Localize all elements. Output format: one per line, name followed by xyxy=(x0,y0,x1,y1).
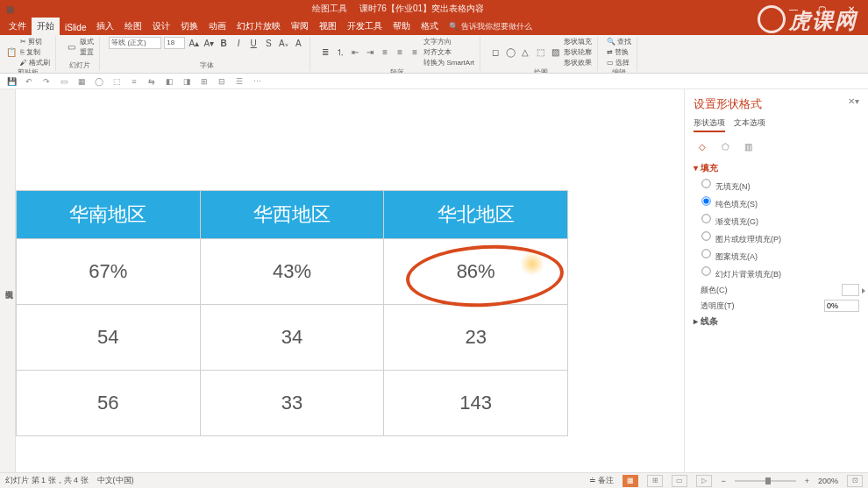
color-picker[interactable] xyxy=(842,284,859,296)
minimize-button[interactable]: — xyxy=(780,4,807,14)
reading-view-button[interactable]: ▭ xyxy=(672,475,687,487)
shapes-gallery-icon[interactable]: ◻ xyxy=(489,46,502,59)
pane-dropdown-icon[interactable]: ▾ xyxy=(855,96,859,106)
tab-design[interactable]: 设计 xyxy=(147,18,175,35)
table-cell[interactable]: 67% xyxy=(17,239,201,305)
qat-icon[interactable]: ◯ xyxy=(93,75,105,88)
sorter-view-button[interactable]: ⊞ xyxy=(647,475,663,487)
normal-view-button[interactable]: ▦ xyxy=(623,475,638,487)
shapes-gallery-icon[interactable]: ◯ xyxy=(504,46,516,59)
zoom-slider[interactable] xyxy=(735,480,796,482)
align-text-button[interactable]: 对齐文本 xyxy=(423,47,474,57)
data-table[interactable]: 华南地区 华西地区 华北地区 67% 43% 86% 54 34 23 56 3… xyxy=(16,190,568,436)
align-right-icon[interactable]: ≡ xyxy=(409,46,421,59)
tab-help[interactable]: 帮助 xyxy=(388,18,416,35)
qat-icon[interactable]: ⊞ xyxy=(198,75,210,88)
tab-draw[interactable]: 绘图 xyxy=(119,18,147,35)
radio-picture-fill[interactable]: 图片或纹理填充(P) xyxy=(701,230,859,245)
tab-animations[interactable]: 动画 xyxy=(203,18,231,35)
new-slide-icon[interactable]: ▭ xyxy=(65,41,77,53)
radio-solid-fill[interactable]: 纯色填充(S) xyxy=(701,195,859,210)
table-cell[interactable]: 86% xyxy=(384,239,568,305)
arrange-icon[interactable]: ⬚ xyxy=(534,46,546,59)
zoom-out-button[interactable]: − xyxy=(721,477,725,485)
table-cell[interactable]: 43% xyxy=(200,239,384,305)
italic-icon[interactable]: I xyxy=(232,37,245,49)
font-name-dropdown[interactable]: 等线 (正文) xyxy=(109,37,161,49)
align-left-icon[interactable]: ≡ xyxy=(379,46,391,59)
bullets-icon[interactable]: ≣ xyxy=(319,46,331,59)
radio-slide-bg-fill[interactable]: 幻灯片背景填充(B) xyxy=(701,265,859,280)
line-heading[interactable]: ▸ 线条 xyxy=(694,315,859,328)
radio-no-fill[interactable]: 无填充(N) xyxy=(701,178,859,193)
size-properties-icon[interactable]: ▥ xyxy=(739,138,757,155)
qat-icon[interactable]: ⇆ xyxy=(146,75,158,88)
shapes-gallery-icon[interactable]: △ xyxy=(519,46,531,59)
notes-button[interactable]: ≐ 备注 xyxy=(589,475,615,486)
radio-pattern-fill[interactable]: 图案填充(A) xyxy=(701,248,859,263)
table-cell[interactable]: 23 xyxy=(384,305,568,371)
pane-close-icon[interactable]: ✕ xyxy=(848,96,855,106)
table-cell[interactable]: 33 xyxy=(200,371,384,436)
header-cell[interactable]: 华北地区 xyxy=(384,191,568,239)
table-cell[interactable]: 56 xyxy=(17,371,201,436)
indent-inc-icon[interactable]: ⇥ xyxy=(364,46,376,59)
tab-view[interactable]: 视图 xyxy=(314,18,342,35)
qat-undo-icon[interactable]: ↶ xyxy=(23,75,35,88)
table-cell[interactable]: 34 xyxy=(200,305,384,371)
font-size-dropdown[interactable]: 18 xyxy=(164,37,185,49)
copy-button[interactable]: ⎘ 复制 xyxy=(20,47,50,57)
strike-icon[interactable]: S xyxy=(262,37,274,49)
tab-home[interactable]: 开始 xyxy=(32,18,60,35)
language-indicator[interactable]: 中文(中国) xyxy=(97,475,134,486)
header-cell[interactable]: 华西地区 xyxy=(200,191,384,239)
tell-me[interactable]: 🔍 告诉我你想要做什么 xyxy=(444,18,537,35)
tab-developer[interactable]: 开发工具 xyxy=(342,18,388,35)
numbering-icon[interactable]: ⒈ xyxy=(334,46,346,59)
qat-icon[interactable]: ≡ xyxy=(128,75,140,88)
qat-icon[interactable]: ▦ xyxy=(75,75,88,88)
qat-icon[interactable]: ⬚ xyxy=(110,75,123,88)
qat-icon[interactable]: ◨ xyxy=(181,75,193,88)
table-cell[interactable]: 143 xyxy=(384,371,568,436)
maximize-button[interactable]: ▢ xyxy=(809,4,836,14)
tab-file[interactable]: 文件 xyxy=(4,18,32,35)
transparency-input[interactable] xyxy=(824,300,859,312)
qat-icon[interactable]: ▭ xyxy=(58,75,70,88)
fit-to-window-button[interactable]: ⊡ xyxy=(847,475,863,487)
decrease-font-icon[interactable]: A▾ xyxy=(203,37,215,49)
shadow-icon[interactable]: Aᵥ xyxy=(277,37,289,49)
quick-styles-icon[interactable]: ▨ xyxy=(549,46,561,59)
shape-effects-button[interactable]: 形状效果 xyxy=(564,58,592,67)
qat-icon[interactable]: ⋯ xyxy=(251,75,263,88)
cut-button[interactable]: ✂ 剪切 xyxy=(20,37,50,46)
outline-panel[interactable]: 大纲视图 xyxy=(0,89,16,472)
tab-transitions[interactable]: 切换 xyxy=(175,18,203,35)
fill-line-icon[interactable]: ◇ xyxy=(694,138,711,155)
tab-slideshow[interactable]: 幻灯片放映 xyxy=(231,18,286,35)
tab-text-options[interactable]: 文本选项 xyxy=(734,117,765,132)
replace-button[interactable]: ⇄ 替换 xyxy=(607,47,631,57)
align-center-icon[interactable]: ≡ xyxy=(394,46,406,59)
slide-counter[interactable]: 幻灯片 第 1 张，共 4 张 xyxy=(5,475,89,486)
tab-format[interactable]: 格式 xyxy=(416,18,444,35)
table-cell[interactable]: 54 xyxy=(17,305,201,371)
qat-redo-icon[interactable]: ↷ xyxy=(40,75,53,88)
select-button[interactable]: ▭ 选择 xyxy=(607,58,631,67)
underline-icon[interactable]: U xyxy=(247,37,260,49)
font-color-icon[interactable]: A xyxy=(292,37,304,49)
tab-insert[interactable]: 插入 xyxy=(91,18,119,35)
fill-heading[interactable]: ▾ 填充 xyxy=(694,162,859,174)
effects-icon[interactable]: ⬠ xyxy=(716,138,734,155)
smartart-button[interactable]: 转换为 SmartArt xyxy=(423,58,474,67)
tab-shape-options[interactable]: 形状选项 xyxy=(694,117,725,132)
text-direction-button[interactable]: 文字方向 xyxy=(423,37,474,46)
radio-gradient-fill[interactable]: 渐变填充(G) xyxy=(701,213,859,228)
shape-fill-button[interactable]: 形状填充 xyxy=(564,37,592,46)
qat-icon[interactable]: ⊟ xyxy=(216,75,228,88)
indent-dec-icon[interactable]: ⇤ xyxy=(349,46,361,59)
qat-save-icon[interactable]: 💾 xyxy=(5,75,18,88)
qat-icon[interactable]: ☰ xyxy=(233,75,245,88)
shape-outline-button[interactable]: 形状轮廓 xyxy=(564,47,592,57)
tab-review[interactable]: 审阅 xyxy=(286,18,314,35)
